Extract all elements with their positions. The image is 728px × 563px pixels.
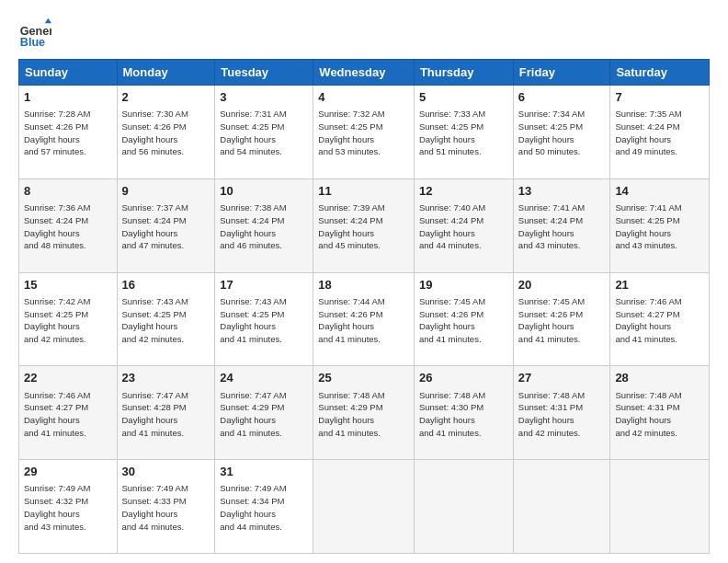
- sunset-line: Sunset: 4:29 PM: [318, 401, 409, 414]
- daylight-line: Daylight hours: [220, 227, 308, 240]
- day-info: Sunrise: 7:40 AMSunset: 4:24 PMDaylight …: [419, 201, 508, 252]
- daylight-line: Daylight hours: [419, 320, 508, 333]
- sunset-line: Sunset: 4:24 PM: [518, 214, 606, 227]
- sunrise-line: Sunrise: 7:42 AM: [24, 295, 112, 308]
- daylight-minutes-line: and 42 minutes.: [24, 333, 112, 346]
- daylight-minutes-line: and 45 minutes.: [318, 239, 409, 252]
- daylight-line: Daylight hours: [318, 227, 409, 240]
- daylight-minutes-line: and 42 minutes.: [518, 427, 606, 440]
- day-info: Sunrise: 7:43 AMSunset: 4:25 PMDaylight …: [122, 295, 210, 346]
- daylight-minutes-line: and 43 minutes.: [24, 521, 112, 534]
- sunset-line: Sunset: 4:24 PM: [318, 214, 409, 227]
- daylight-minutes-line: and 43 minutes.: [615, 239, 704, 252]
- day-number: 22: [24, 370, 112, 386]
- calendar-cell: 12Sunrise: 7:40 AMSunset: 4:24 PMDayligh…: [414, 178, 513, 272]
- calendar-header-cell: Sunday: [19, 60, 118, 86]
- calendar-cell: 31Sunrise: 7:49 AMSunset: 4:34 PMDayligh…: [215, 460, 313, 554]
- daylight-line: Daylight hours: [24, 320, 112, 333]
- calendar-cell: [414, 460, 513, 554]
- sunset-line: Sunset: 4:31 PM: [518, 401, 606, 414]
- calendar-cell: 1Sunrise: 7:28 AMSunset: 4:26 PMDaylight…: [19, 86, 118, 179]
- daylight-minutes-line: and 43 minutes.: [518, 239, 606, 252]
- sunset-line: Sunset: 4:30 PM: [419, 401, 508, 414]
- calendar-cell: 16Sunrise: 7:43 AMSunset: 4:25 PMDayligh…: [117, 272, 215, 366]
- day-number: 25: [318, 370, 409, 386]
- header: General Blue: [18, 17, 710, 50]
- day-number: 9: [122, 183, 210, 200]
- sunrise-line: Sunrise: 7:31 AM: [220, 108, 308, 121]
- day-info: Sunrise: 7:42 AMSunset: 4:25 PMDaylight …: [24, 295, 112, 346]
- calendar-cell: 20Sunrise: 7:45 AMSunset: 4:26 PMDayligh…: [513, 272, 610, 366]
- sunrise-line: Sunrise: 7:48 AM: [419, 389, 508, 402]
- day-number: 30: [122, 464, 210, 480]
- calendar-cell: 19Sunrise: 7:45 AMSunset: 4:26 PMDayligh…: [414, 272, 513, 366]
- sunrise-line: Sunrise: 7:39 AM: [318, 201, 409, 214]
- sunrise-line: Sunrise: 7:47 AM: [220, 389, 308, 402]
- day-info: Sunrise: 7:30 AMSunset: 4:26 PMDaylight …: [122, 108, 210, 158]
- sunset-line: Sunset: 4:31 PM: [615, 401, 704, 414]
- daylight-line: Daylight hours: [122, 414, 210, 427]
- daylight-minutes-line: and 41 minutes.: [24, 427, 112, 440]
- daylight-minutes-line: and 41 minutes.: [318, 333, 409, 346]
- sunset-line: Sunset: 4:27 PM: [24, 401, 112, 414]
- calendar-cell: 14Sunrise: 7:41 AMSunset: 4:25 PMDayligh…: [610, 178, 710, 272]
- calendar-cell: 3Sunrise: 7:31 AMSunset: 4:25 PMDaylight…: [215, 86, 313, 179]
- day-number: 31: [220, 464, 308, 480]
- calendar-row: 29Sunrise: 7:49 AMSunset: 4:32 PMDayligh…: [19, 460, 710, 554]
- sunrise-line: Sunrise: 7:49 AM: [24, 482, 112, 495]
- sunset-line: Sunset: 4:25 PM: [24, 308, 112, 321]
- daylight-minutes-line: and 41 minutes.: [419, 333, 508, 346]
- sunrise-line: Sunrise: 7:46 AM: [24, 389, 112, 402]
- sunset-line: Sunset: 4:25 PM: [615, 214, 704, 227]
- day-info: Sunrise: 7:46 AMSunset: 4:27 PMDaylight …: [615, 295, 704, 346]
- sunrise-line: Sunrise: 7:32 AM: [318, 108, 409, 121]
- calendar-cell: 4Sunrise: 7:32 AMSunset: 4:25 PMDaylight…: [313, 86, 415, 179]
- sunset-line: Sunset: 4:25 PM: [220, 121, 308, 133]
- calendar-cell: 29Sunrise: 7:49 AMSunset: 4:32 PMDayligh…: [19, 460, 118, 554]
- daylight-line: Daylight hours: [220, 320, 308, 333]
- sunrise-line: Sunrise: 7:49 AM: [122, 482, 210, 495]
- calendar-cell: 6Sunrise: 7:34 AMSunset: 4:25 PMDaylight…: [513, 86, 610, 179]
- day-info: Sunrise: 7:28 AMSunset: 4:26 PMDaylight …: [24, 108, 112, 158]
- calendar-cell: 18Sunrise: 7:44 AMSunset: 4:26 PMDayligh…: [313, 272, 415, 366]
- sunset-line: Sunset: 4:32 PM: [24, 495, 112, 508]
- calendar-row: 15Sunrise: 7:42 AMSunset: 4:25 PMDayligh…: [19, 272, 710, 366]
- day-number: 12: [419, 183, 508, 200]
- sunrise-line: Sunrise: 7:41 AM: [518, 201, 606, 214]
- day-number: 19: [419, 277, 508, 293]
- day-info: Sunrise: 7:48 AMSunset: 4:30 PMDaylight …: [419, 389, 508, 440]
- day-number: 4: [318, 89, 409, 106]
- day-number: 23: [122, 370, 210, 386]
- daylight-line: Daylight hours: [318, 133, 409, 146]
- daylight-minutes-line: and 49 minutes.: [615, 145, 704, 158]
- day-number: 8: [24, 183, 112, 200]
- sunset-line: Sunset: 4:34 PM: [220, 495, 308, 508]
- sunrise-line: Sunrise: 7:36 AM: [24, 201, 112, 214]
- daylight-minutes-line: and 41 minutes.: [220, 427, 308, 440]
- daylight-line: Daylight hours: [518, 133, 606, 146]
- logo: General Blue: [18, 17, 57, 50]
- daylight-minutes-line: and 41 minutes.: [518, 333, 606, 346]
- svg-text:Blue: Blue: [20, 36, 45, 49]
- page: General Blue SundayMondayTuesdayWednesda…: [0, 0, 728, 563]
- daylight-minutes-line: and 50 minutes.: [518, 145, 606, 158]
- calendar-header-cell: Thursday: [414, 60, 513, 86]
- sunrise-line: Sunrise: 7:40 AM: [419, 201, 508, 214]
- day-info: Sunrise: 7:41 AMSunset: 4:25 PMDaylight …: [615, 201, 704, 252]
- day-number: 10: [220, 183, 308, 200]
- day-info: Sunrise: 7:48 AMSunset: 4:31 PMDaylight …: [518, 389, 606, 440]
- daylight-line: Daylight hours: [318, 414, 409, 427]
- day-info: Sunrise: 7:48 AMSunset: 4:31 PMDaylight …: [615, 389, 704, 440]
- sunset-line: Sunset: 4:26 PM: [419, 308, 508, 321]
- sunrise-line: Sunrise: 7:47 AM: [122, 389, 210, 402]
- day-info: Sunrise: 7:49 AMSunset: 4:32 PMDaylight …: [24, 482, 112, 533]
- sunset-line: Sunset: 4:25 PM: [220, 308, 308, 321]
- calendar-row: 22Sunrise: 7:46 AMSunset: 4:27 PMDayligh…: [19, 366, 710, 460]
- daylight-minutes-line: and 51 minutes.: [419, 145, 508, 158]
- day-info: Sunrise: 7:47 AMSunset: 4:28 PMDaylight …: [122, 389, 210, 440]
- calendar-cell: 24Sunrise: 7:47 AMSunset: 4:29 PMDayligh…: [215, 366, 313, 460]
- daylight-line: Daylight hours: [419, 133, 508, 146]
- day-info: Sunrise: 7:33 AMSunset: 4:25 PMDaylight …: [419, 108, 508, 158]
- calendar-cell: 26Sunrise: 7:48 AMSunset: 4:30 PMDayligh…: [414, 366, 513, 460]
- daylight-line: Daylight hours: [24, 227, 112, 240]
